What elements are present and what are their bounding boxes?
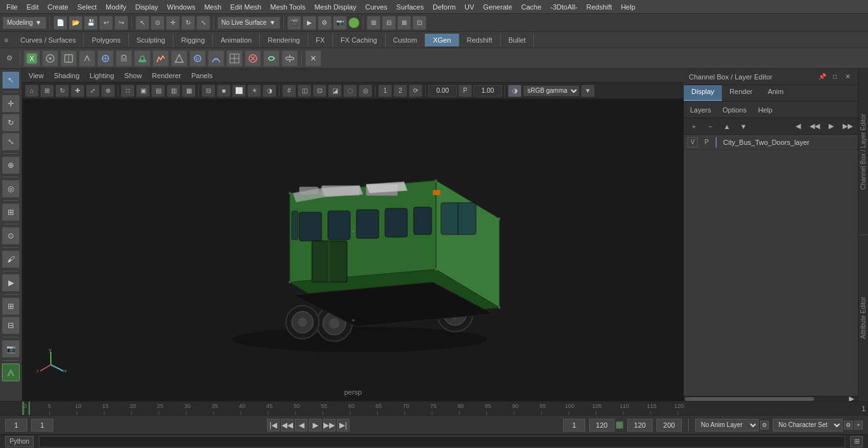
tab-fx-caching[interactable]: FX Caching: [333, 34, 385, 46]
shelf-btn-6[interactable]: [116, 50, 132, 67]
menu-create[interactable]: Create: [44, 2, 72, 12]
layers-menu-layers[interactable]: Layers: [688, 105, 714, 115]
menu-select[interactable]: Select: [74, 2, 101, 12]
pb-prev-frame[interactable]: ◀: [295, 419, 308, 431]
menu-redshift[interactable]: Redshift: [583, 2, 616, 12]
anim-layer-settings-btn[interactable]: ⚙: [760, 421, 769, 430]
layout-btn-3[interactable]: ⊠: [397, 16, 411, 30]
scale-tool[interactable]: ⤡: [2, 133, 20, 151]
pb-goto-end[interactable]: ▶|: [337, 419, 349, 431]
layers-down-btn[interactable]: ▼: [737, 120, 750, 133]
layer-lock-btn[interactable]: P: [702, 137, 712, 147]
layers-scrollbar[interactable]: ▶: [684, 396, 858, 401]
vp-camera-fit[interactable]: ⊞: [40, 85, 54, 97]
tabs-left-arrow[interactable]: ≡: [0, 32, 13, 48]
tab-animation[interactable]: Animation: [213, 34, 260, 46]
shelf-btn-4[interactable]: [79, 50, 95, 67]
pb-goto-start[interactable]: |◀: [267, 419, 280, 431]
vp-grid-btn[interactable]: #: [282, 85, 296, 97]
move-tool[interactable]: ✛: [2, 95, 20, 112]
live-surface-selector[interactable]: No Live Surface ▼: [217, 17, 280, 29]
vp-solid-btn[interactable]: ■: [217, 85, 231, 97]
render-settings-btn[interactable]: ⚙: [318, 16, 332, 30]
render-circle-btn[interactable]: [348, 17, 360, 29]
layers-next2-btn[interactable]: ▶▶: [841, 120, 854, 133]
shelf-btn-10[interactable]: P: [189, 50, 206, 67]
tab-anim[interactable]: Anim: [760, 85, 791, 101]
channel-box-expand-btn[interactable]: □: [830, 72, 840, 82]
vp-menu-show[interactable]: Show: [122, 71, 145, 81]
channel-box-close-btn[interactable]: ✕: [843, 72, 853, 82]
universal-manip-tool[interactable]: ⊕: [2, 156, 20, 174]
menu-surfaces[interactable]: Surfaces: [393, 2, 428, 12]
vp-sel-obj[interactable]: □: [121, 85, 135, 97]
layout-btn-2[interactable]: ⊟: [382, 16, 396, 30]
char-set-settings-btn[interactable]: ⚙: [844, 421, 853, 430]
menu-mesh-tools[interactable]: Mesh Tools: [266, 2, 309, 12]
layers-prev2-btn[interactable]: ◀◀: [808, 120, 821, 133]
range-end-input[interactable]: [589, 419, 614, 431]
soft-select-tool[interactable]: ◎: [2, 180, 20, 198]
menu-display[interactable]: Display: [132, 2, 162, 12]
tab-rigging[interactable]: Rigging: [173, 34, 213, 46]
vp-aa-btn[interactable]: ⊡: [313, 85, 327, 97]
shelf-settings-btn[interactable]: ⚙: [3, 51, 17, 65]
anim-layer-select[interactable]: No Anim Layer: [695, 419, 759, 431]
tab-polygons[interactable]: Polygons: [84, 34, 128, 46]
range-start-input[interactable]: [563, 419, 585, 431]
menu-file[interactable]: File: [3, 2, 22, 12]
command-input[interactable]: [39, 436, 845, 447]
vp-light-btn[interactable]: ☀: [247, 85, 261, 97]
save-scene-btn[interactable]: 💾: [84, 16, 98, 30]
menu-windows[interactable]: Windows: [163, 2, 200, 12]
vp-snap-point[interactable]: ⊕: [101, 85, 115, 97]
tab-curves-surfaces[interactable]: Curves / Surfaces: [13, 34, 84, 46]
menu-mesh-display[interactable]: Mesh Display: [311, 2, 360, 12]
layout-btn-4[interactable]: ⊡: [412, 16, 426, 30]
shelf-btn-1[interactable]: X: [24, 50, 40, 67]
command-expand-btn[interactable]: ⊞: [850, 436, 863, 447]
vp-menu-panels[interactable]: Panels: [189, 71, 215, 81]
menu-uv[interactable]: UV: [461, 2, 478, 12]
pb-next-frame[interactable]: ▶▶: [323, 419, 336, 431]
attribute-editor-side-label[interactable]: Attribute Editor: [858, 234, 868, 401]
vp-wireframe-btn[interactable]: ⊟: [201, 85, 215, 97]
lasso-tool-btn[interactable]: ⊙: [151, 16, 165, 30]
anim-end-input[interactable]: [627, 419, 653, 431]
char-set-extra-btn[interactable]: +: [854, 421, 863, 430]
char-set-select[interactable]: No Character Set: [773, 419, 843, 431]
vp-sel-edge[interactable]: ▤: [151, 85, 165, 97]
menu-modify[interactable]: Modify: [102, 2, 130, 12]
layers-delete-btn[interactable]: −: [704, 120, 717, 133]
vp-colorspace-btn[interactable]: ◑: [508, 85, 522, 97]
shelf-btn-9[interactable]: [171, 50, 187, 67]
layer-visibility-btn[interactable]: V: [688, 137, 698, 147]
layers-menu-help[interactable]: Help: [756, 105, 775, 115]
tab-render[interactable]: Render: [722, 85, 760, 101]
shelf-btn-7[interactable]: [134, 50, 151, 67]
new-scene-btn[interactable]: 📄: [53, 16, 67, 30]
shelf-btn-2[interactable]: [42, 50, 58, 67]
vp-menu-shading[interactable]: Shading: [51, 71, 82, 81]
vp-res-1[interactable]: 1: [378, 85, 392, 97]
tab-redshift[interactable]: Redshift: [459, 34, 501, 46]
menu-cache[interactable]: Cache: [517, 2, 545, 12]
tab-bullet[interactable]: Bullet: [501, 34, 534, 46]
vp-camera-home[interactable]: ⌂: [25, 85, 39, 97]
total-frames-input[interactable]: [656, 419, 682, 431]
vp-shadow-btn[interactable]: ◪: [328, 85, 342, 97]
vp-persp-icon[interactable]: P: [458, 85, 472, 97]
current-frame-input[interactable]: [5, 419, 27, 431]
tab-custom[interactable]: Custom: [386, 34, 426, 46]
paint-select-tool[interactable]: 🖌: [2, 250, 20, 268]
shelf-btn-x[interactable]: ✕: [305, 50, 322, 67]
shelf-btn-15[interactable]: [281, 50, 298, 67]
vp-menu-lighting[interactable]: Lighting: [87, 71, 117, 81]
vp-menu-view[interactable]: View: [26, 71, 46, 81]
shelf-btn-11[interactable]: [208, 50, 224, 67]
rotate-tool[interactable]: ↻: [2, 114, 20, 132]
layers-menu-options[interactable]: Options: [720, 105, 749, 115]
tab-sculpting[interactable]: Sculpting: [129, 34, 173, 46]
xgen-btn-tool[interactable]: [2, 363, 20, 381]
menu-edit-mesh[interactable]: Edit Mesh: [226, 2, 265, 12]
